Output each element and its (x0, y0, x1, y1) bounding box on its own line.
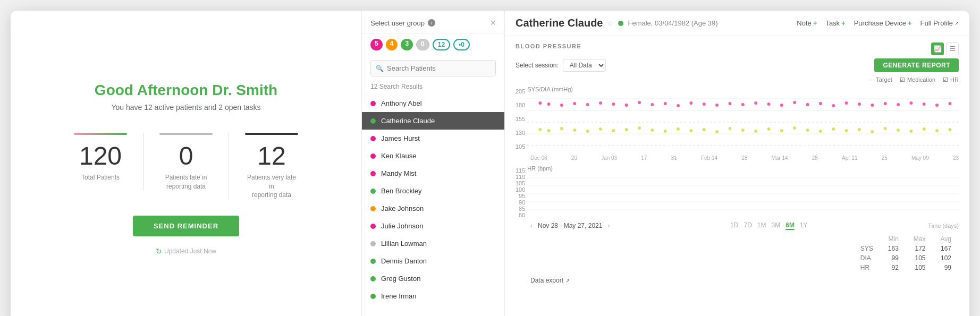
patient-dot-0 (370, 101, 376, 106)
search-input[interactable] (370, 60, 496, 76)
patient-name: Catherine Claude (516, 17, 603, 29)
patient-item-7[interactable]: Julie Johnson (362, 217, 504, 235)
hr-chart-svg (527, 173, 959, 215)
note-action[interactable]: Note + (797, 19, 817, 27)
purchase-device-action[interactable]: Purchase Device + (854, 19, 912, 27)
patient-item-11[interactable]: Irene Irman (362, 287, 504, 305)
bp-chart-container: 205 180 155 130 105 SYS/DIA (mmHg) (516, 86, 959, 154)
svg-point-10 (599, 101, 602, 105)
updated-text: ↻ Updated Just Now (156, 247, 216, 255)
bp-x-axis: Dec 06 20 Jan 03 17 31 Feb 14 28 Mar 14 … (516, 155, 959, 161)
patient-info: Female, 03/04/1982 (Age 39) (628, 19, 717, 27)
task-action[interactable]: Task + (825, 19, 845, 27)
svg-point-54 (741, 129, 745, 132)
svg-point-6 (547, 103, 551, 106)
svg-point-51 (703, 128, 706, 131)
svg-point-45 (625, 128, 628, 131)
info-icon: i (428, 19, 435, 27)
patient-dot-6 (370, 206, 376, 211)
patient-dot-8 (370, 241, 376, 246)
table-chart-button[interactable]: ☰ (946, 42, 959, 55)
svg-point-25 (793, 101, 797, 104)
svg-point-8 (573, 102, 577, 105)
star-icon[interactable]: ☆ (607, 19, 614, 28)
svg-point-65 (884, 127, 887, 130)
patient-name-11: Irene Irman (381, 292, 416, 300)
time-btn-3m[interactable]: 3M (772, 221, 781, 230)
time-btn-7d[interactable]: 7D (744, 221, 752, 230)
time-btn-1d[interactable]: 1D (730, 221, 738, 230)
svg-point-21 (741, 103, 745, 106)
svg-point-38 (539, 128, 542, 131)
patient-name-3: Ken Klause (381, 152, 417, 160)
stats-hr-max: 105 (906, 263, 933, 272)
stats-label-hr: HR (860, 263, 881, 272)
patient-item-10[interactable]: Greg Guston (362, 270, 504, 287)
patient-item-6[interactable]: Jake Johnson (362, 200, 504, 217)
line-chart-button[interactable]: 📈 (931, 42, 944, 55)
session-dropdown[interactable]: All Data (563, 59, 606, 72)
patient-dot-10 (370, 276, 376, 281)
svg-point-39 (547, 129, 551, 132)
patient-name-6: Jake Johnson (381, 204, 424, 212)
filter-badge-pink[interactable]: 5 (370, 39, 383, 50)
time-axis-label: Time (days) (928, 223, 959, 229)
next-date-button[interactable]: › (607, 222, 610, 229)
send-reminder-button[interactable]: SEND REMINDER (133, 216, 239, 236)
search-wrapper: 🔍 (362, 56, 504, 81)
middle-panel: Select user group i × 5 4 3 0 12 •0 🔍 12… (361, 11, 505, 316)
svg-point-34 (910, 101, 913, 105)
left-panel: Good Afternoon Dr. Smith You have 12 act… (11, 11, 361, 316)
filter-badge-orange[interactable]: 4 (386, 39, 398, 50)
time-btn-6m[interactable]: 6M (785, 221, 795, 230)
bp-y-axis: 205 180 155 130 105 (516, 86, 527, 150)
patient-item-0[interactable]: Anthony Abel (362, 95, 504, 112)
full-profile-link[interactable]: Full Profile ↗ (920, 19, 959, 27)
stats-header-avg: Avg (933, 234, 959, 244)
patient-header: Catherine Claude ☆ Female, 03/04/1982 (A… (505, 11, 969, 36)
bp-axis-label: SYS/DIA (mmHg) (527, 86, 959, 92)
patient-list: Anthony AbelCatherine ClaudeJames HurstK… (362, 95, 504, 316)
svg-point-20 (729, 102, 732, 105)
patient-name-1: Catherine Claude (381, 117, 435, 125)
stat-label-very-late: Patients very late inreporting data (245, 173, 298, 200)
patient-name-10: Greg Guston (381, 275, 420, 283)
svg-point-67 (910, 130, 913, 133)
generate-report-button[interactable]: GENERATE REPORT (874, 58, 959, 72)
time-btn-1m[interactable]: 1M (757, 221, 766, 230)
session-select: Select session: All Data (516, 59, 606, 72)
patient-item-4[interactable]: Mandy Mist (362, 165, 504, 182)
right-panel: Catherine Claude ☆ Female, 03/04/1982 (A… (505, 11, 969, 316)
patient-name-7: Julie Johnson (381, 222, 424, 230)
patient-name-8: Lillian Lowman (381, 240, 427, 247)
svg-point-15 (664, 102, 667, 105)
stats-sys-avg: 167 (933, 244, 959, 253)
patient-item-8[interactable]: Lillian Lowman (362, 235, 504, 252)
patient-item-5[interactable]: Ben Brockley (362, 182, 504, 200)
data-export-link[interactable]: Data export ↗ (530, 277, 959, 289)
patient-item-9[interactable]: Dennis Danton (362, 252, 504, 270)
patient-dot-4 (370, 171, 376, 176)
patient-item-1[interactable]: Catherine Claude (362, 112, 504, 130)
svg-point-30 (858, 103, 861, 106)
filter-badge-green[interactable]: 3 (401, 39, 413, 50)
filter-badge-gray[interactable]: 0 (416, 39, 429, 50)
svg-point-12 (625, 104, 628, 107)
patient-name-block: Catherine Claude ☆ Female, 03/04/1982 (A… (516, 17, 718, 29)
svg-point-53 (729, 127, 732, 130)
filter-badge-teal-12[interactable]: 12 (433, 39, 450, 50)
patient-dot-1 (370, 118, 376, 124)
legend-target: - - - Target (868, 75, 892, 84)
prev-date-button[interactable]: ‹ (530, 222, 533, 229)
patient-item-2[interactable]: James Hurst (362, 130, 504, 147)
filter-badge-teal-0[interactable]: •0 (453, 39, 470, 50)
close-button[interactable]: × (490, 18, 496, 28)
svg-point-63 (858, 128, 861, 131)
patient-dot-3 (370, 153, 376, 159)
stats-hr-min: 92 (881, 263, 906, 272)
user-group-filters: 5 4 3 0 12 •0 (362, 33, 504, 56)
patient-item-3[interactable]: Ken Klause (362, 147, 504, 165)
time-btn-1y[interactable]: 1Y (800, 221, 808, 230)
patient-dot-9 (370, 259, 376, 264)
patient-dot-5 (370, 189, 376, 194)
